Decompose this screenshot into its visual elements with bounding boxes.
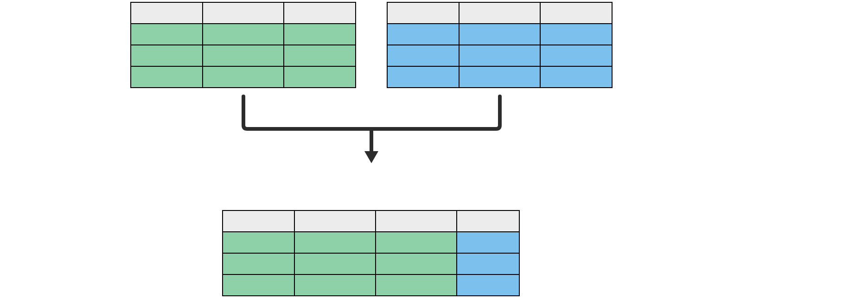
data-cell (376, 253, 457, 274)
table-row (223, 232, 519, 253)
table-row (223, 253, 519, 274)
svg-marker-1 (364, 151, 378, 163)
header-cell (294, 210, 376, 232)
diagram-canvas (0, 0, 868, 306)
data-cell (223, 232, 294, 253)
data-cell (223, 253, 294, 274)
data-cell (457, 274, 519, 296)
data-cell (294, 274, 376, 296)
data-cell (376, 274, 457, 296)
table-header-row (223, 210, 519, 232)
data-cell (294, 232, 376, 253)
data-cell (376, 232, 457, 253)
data-cell (223, 274, 294, 296)
header-cell (223, 210, 294, 232)
data-cell (457, 253, 519, 274)
table-row (223, 274, 519, 296)
header-cell (457, 210, 519, 232)
header-cell (376, 210, 457, 232)
data-cell (457, 232, 519, 253)
data-cell (294, 253, 376, 274)
result-table (222, 210, 520, 296)
